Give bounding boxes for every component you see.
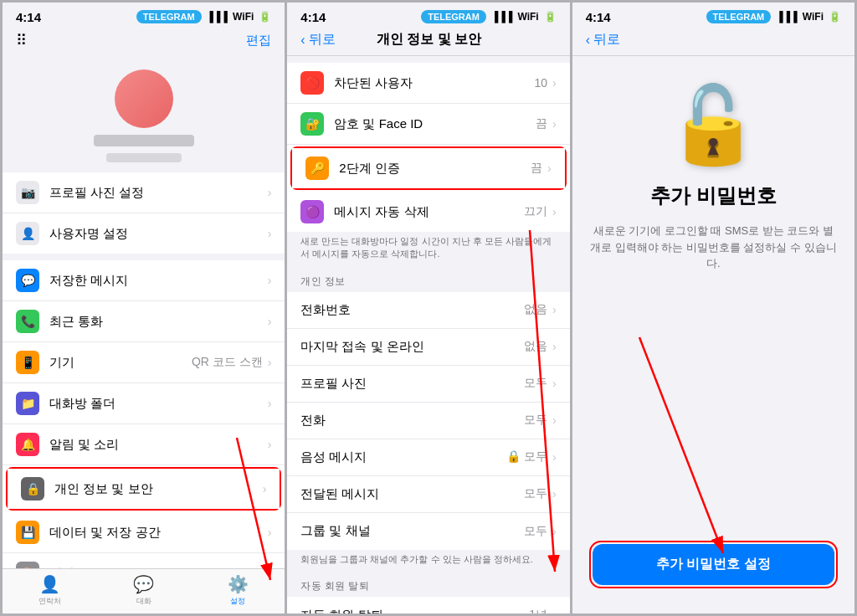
lock-icon: 🔒 xyxy=(21,477,44,501)
time-1: 4:14 xyxy=(16,10,41,24)
tab-settings[interactable]: ⚙️ 설정 xyxy=(191,574,285,607)
chevron-blocked: › xyxy=(552,76,557,90)
chevron-voice: › xyxy=(552,450,557,464)
battery-3: 🔋 xyxy=(829,11,841,23)
add-password-button[interactable]: 추가 비밀번호 설정 xyxy=(593,544,834,585)
autodelete-icon: 🟣 xyxy=(300,200,324,223)
calls-icon: 📞 xyxy=(16,310,39,333)
menu-label-phone: 전화번호 xyxy=(300,302,524,318)
menu-item-twostep[interactable]: 🔑 2단계 인증 끔 › xyxy=(292,148,564,188)
status-bar-2: 4:14 TELEGRAM ▐▐▐ WiFi 🔋 xyxy=(287,3,569,28)
menu-value-forwarded: 모두 xyxy=(524,486,547,501)
privacy-section: 전화번호 없음 › 마지막 접속 및 온라인 없음 › 프로필 사진 모두 › xyxy=(287,292,569,550)
avatar xyxy=(115,69,173,128)
menu-item-saved[interactable]: 💬 저장한 메시지 › xyxy=(3,260,285,301)
button-highlight[interactable]: 추가 비밀번호 설정 xyxy=(589,541,838,588)
profile-phone xyxy=(106,153,182,162)
menu-label-lastseen: 마지막 접속 및 온라인 xyxy=(300,339,524,355)
tab-contacts[interactable]: 👤 연락처 xyxy=(3,574,96,607)
back-button-3[interactable]: ‹ 뒤로 xyxy=(586,31,620,49)
menu-item-forwarded[interactable]: 전달된 메시지 모두 › xyxy=(287,476,569,513)
menu-item-groups[interactable]: 그룹 및 채널 모두 › xyxy=(287,513,569,550)
chevron-saved: › xyxy=(268,274,272,287)
menu-item-call[interactable]: 전화 모두 › xyxy=(287,403,569,439)
nav-bar-3: ‹ 뒤로 xyxy=(572,28,854,56)
tab-bar-1: 👤 연락처 💬 대화 ⚙️ 설정 xyxy=(3,568,285,613)
edit-button[interactable]: 편집 xyxy=(246,33,271,49)
bell-icon: 🔔 xyxy=(16,433,39,456)
menu-label-calls: 최근 통화 xyxy=(49,314,268,330)
menu-value-lastseen: 없음 xyxy=(524,339,547,354)
menu-item-voice[interactable]: 음성 메시지 🔒 모두 › xyxy=(287,439,569,476)
chevron-device: › xyxy=(268,356,272,369)
menu-item-phone[interactable]: 전화번호 없음 › xyxy=(287,292,569,329)
menu-item-folders[interactable]: 📁 대화방 폴더 › xyxy=(3,383,285,424)
privacy-header: 개인 정보 xyxy=(287,268,569,292)
chevron-profile-photo: › xyxy=(268,186,272,199)
menu-label-faceid: 암호 및 Face ID xyxy=(334,116,536,132)
menu-label-twostep: 2단계 인증 xyxy=(339,161,531,177)
menu-label-privacy: 개인 정보 및 보안 xyxy=(54,481,263,497)
settings-tab-icon: ⚙️ xyxy=(228,574,249,594)
menu-item-username[interactable]: 👤 사용자명 설정 › xyxy=(3,213,285,254)
menu-item-storage[interactable]: 💾 데이터 및 저장 공간 › xyxy=(3,512,285,553)
s3-main: 🔓 추가 비밀번호 새로운 기기에 로그인할 때 SMS로 받는 코드와 별개로… xyxy=(572,56,854,314)
device-icon: 📱 xyxy=(16,351,39,374)
menu-label-appearance: 외관 xyxy=(49,566,268,569)
menu-item-profilephoto[interactable]: 프로필 사진 모두 › xyxy=(287,366,569,403)
chevron-storage: › xyxy=(268,526,272,539)
screen2-content: 🚫 차단된 사용자 10 › 🔐 암호 및 Face ID 끔 › xyxy=(287,56,569,613)
menu-label-profile-photo: 프로필 사진 설정 xyxy=(49,185,268,201)
menu-item-calls[interactable]: 📞 최근 통화 › xyxy=(3,301,285,342)
profile-name xyxy=(94,135,194,146)
nav-title-2: 개인 정보 및 보안 xyxy=(377,31,481,49)
chats-tab-label: 대화 xyxy=(136,596,151,607)
signal-1: ▐▐▐ xyxy=(207,11,228,23)
s3-desc: 새로운 기기에 로그인할 때 SMS로 받는 코드와 별개로 입력해야 하는 비… xyxy=(589,223,838,272)
tab-chats[interactable]: 💬 대화 xyxy=(96,574,190,607)
menu-item-privacy[interactable]: 🔒 개인 정보 및 보안 › xyxy=(8,469,280,509)
menu-value-twostep: 끔 xyxy=(531,161,542,176)
menu-label-blocked: 차단된 사용자 xyxy=(334,75,534,91)
menu-label-groups: 그룹 및 채널 xyxy=(300,523,524,539)
menu-item-faceid[interactable]: 🔐 암호 및 Face ID 끔 › xyxy=(287,104,569,145)
storage-icon: 💾 xyxy=(16,521,39,544)
two-step-highlight[interactable]: 🔑 2단계 인증 끔 › xyxy=(290,146,566,190)
menu-item-profile-photo[interactable]: 📷 프로필 사진 설정 › xyxy=(3,172,285,213)
user-icon: 👤 xyxy=(16,222,39,245)
menu-item-autodelete[interactable]: 🟣 메시지 자동 삭제 끄기 › xyxy=(287,192,569,232)
menu-item-autoleave[interactable]: 자동 회원 탈퇴 1년 › xyxy=(287,597,569,613)
menu-label-saved: 저장한 메시지 xyxy=(49,273,268,289)
status-bar-1: 4:14 TELEGRAM ▐▐▐ WiFi 🔋 xyxy=(3,3,285,28)
menu-item-privacy-highlighted[interactable]: 🔒 개인 정보 및 보안 › xyxy=(6,467,281,511)
menu-item-blocked[interactable]: 🚫 차단된 사용자 10 › xyxy=(287,63,569,104)
menu-item-lastseen[interactable]: 마지막 접속 및 온라인 없음 › xyxy=(287,329,569,366)
contacts-tab-icon: 👤 xyxy=(39,574,60,594)
grid-icon[interactable]: ⠿ xyxy=(16,31,27,49)
screen3: 4:14 TELEGRAM ▐▐▐ WiFi 🔋 ‹ 뒤로 🔓 추가 비밀번 xyxy=(572,3,854,613)
menu-value-profilephoto: 모두 xyxy=(524,376,547,391)
camera-icon: 📷 xyxy=(16,181,39,204)
chevron-calls: › xyxy=(268,315,272,328)
menu-value-groups: 모두 xyxy=(524,524,547,539)
wifi-2: WiFi xyxy=(517,11,538,23)
back-button-2[interactable]: ‹ 뒤로 xyxy=(300,31,335,49)
menu-label-username: 사용자명 설정 xyxy=(49,226,268,242)
chevron-autodelete: › xyxy=(552,205,557,218)
faceid-icon: 🔐 xyxy=(300,112,324,136)
menu-value-voice: 🔒 모두 xyxy=(506,449,547,465)
menu-item-device[interactable]: 📱 기기 QR 코드 스캔 › xyxy=(3,342,285,383)
chevron-forwarded: › xyxy=(552,487,557,501)
security-section: 🚫 차단된 사용자 10 › 🔐 암호 및 Face ID 끔 › xyxy=(287,63,569,232)
menu-value-blocked: 10 xyxy=(534,76,547,90)
s3-button-area: 추가 비밀번호 설정 xyxy=(572,527,854,613)
main-menu-section: 💬 저장한 메시지 › 📞 최근 통화 › 📱 기기 QR 코드 스캔 › xyxy=(3,260,285,568)
menu-label-forwarded: 전달된 메시지 xyxy=(300,486,524,502)
menu-item-notifications[interactable]: 🔔 알림 및 소리 › xyxy=(3,424,285,465)
profile-section xyxy=(3,56,285,172)
battery-2: 🔋 xyxy=(544,11,557,23)
menu-item-appearance[interactable]: 🎨 외관 › xyxy=(3,553,285,568)
menu-label-voice: 음성 메시지 xyxy=(300,449,506,465)
time-2: 4:14 xyxy=(300,10,326,24)
group-note: 회원님을 그룹과 채널에 추가할 수 있는 사람을 정하세요. xyxy=(287,550,569,572)
